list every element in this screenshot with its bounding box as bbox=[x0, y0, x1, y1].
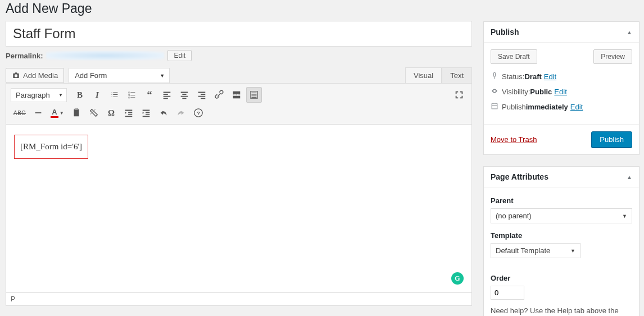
publish-panel-title: Publish bbox=[491, 28, 519, 36]
edit-date-link[interactable]: Edit bbox=[570, 103, 583, 111]
post-title-input[interactable] bbox=[6, 21, 472, 47]
shortcode-text[interactable]: [RM_Form id='6'] bbox=[14, 135, 88, 159]
svg-rect-0 bbox=[233, 91, 241, 94]
publish-panel: Publish ▲ Save Draft Preview Status: Dra… bbox=[483, 21, 640, 155]
align-right-button[interactable] bbox=[194, 87, 210, 103]
tab-text[interactable]: Text bbox=[442, 67, 472, 84]
preview-button[interactable]: Preview bbox=[593, 49, 632, 64]
visibility-label: Visibility: bbox=[502, 88, 530, 96]
italic-button[interactable]: I bbox=[89, 87, 105, 103]
editor-status-bar: P bbox=[6, 293, 472, 306]
bold-button[interactable]: B bbox=[72, 87, 88, 103]
align-left-button[interactable] bbox=[159, 87, 175, 103]
visibility-value: Public bbox=[530, 88, 552, 96]
fullscreen-button[interactable] bbox=[451, 87, 467, 103]
svg-rect-7 bbox=[492, 104, 497, 109]
page-attributes-panel: Page Attributes ▲ Parent (no parent) Tem… bbox=[483, 166, 640, 316]
save-draft-button[interactable]: Save Draft bbox=[491, 49, 537, 64]
template-label: Template bbox=[491, 231, 632, 240]
special-char-button[interactable]: Ω bbox=[103, 105, 119, 121]
template-select[interactable]: Default Template bbox=[491, 243, 580, 258]
add-form-select[interactable]: Add Form bbox=[69, 68, 170, 83]
blockquote-button[interactable]: “ bbox=[142, 87, 157, 103]
paste-text-button[interactable] bbox=[69, 105, 84, 121]
bullet-list-button[interactable] bbox=[107, 87, 123, 103]
permalink-label: Permalink: bbox=[6, 52, 43, 60]
help-button[interactable]: ? bbox=[191, 105, 206, 121]
svg-rect-4 bbox=[75, 108, 78, 110]
attributes-panel-header[interactable]: Page Attributes ▲ bbox=[484, 167, 639, 187]
text-color-button[interactable]: A▼ bbox=[48, 105, 67, 121]
permalink-row: Permalink: Edit bbox=[6, 50, 472, 61]
pin-icon bbox=[491, 72, 502, 81]
grammarly-icon[interactable]: G bbox=[451, 272, 464, 285]
editor-content[interactable]: [RM_Form id='6'] G bbox=[6, 125, 472, 293]
order-label: Order bbox=[491, 274, 632, 282]
eye-icon bbox=[491, 87, 502, 97]
publish-date-label: Publish bbox=[502, 103, 526, 111]
align-center-button[interactable] bbox=[176, 87, 192, 103]
editor-toolbar: Paragraph B I “ ABC A▼ Ω bbox=[6, 83, 472, 125]
link-button[interactable] bbox=[211, 87, 227, 103]
tab-visual[interactable]: Visual bbox=[405, 67, 442, 84]
add-media-label: Add Media bbox=[23, 71, 58, 80]
camera-icon bbox=[12, 71, 20, 80]
redo-button[interactable] bbox=[173, 105, 189, 121]
publish-panel-header[interactable]: Publish ▲ bbox=[484, 22, 639, 43]
parent-select[interactable]: (no parent) bbox=[491, 208, 632, 223]
toolbar-toggle-button[interactable] bbox=[246, 87, 262, 103]
publish-button[interactable]: Publish bbox=[591, 131, 632, 148]
publish-date-value: immediately bbox=[526, 103, 568, 111]
svg-rect-1 bbox=[233, 96, 241, 99]
outdent-button[interactable] bbox=[121, 105, 137, 121]
read-more-button[interactable] bbox=[229, 87, 244, 103]
edit-permalink-button[interactable]: Edit bbox=[167, 50, 192, 61]
help-text: Need help? Use the Help tab above the bbox=[491, 306, 632, 315]
strikethrough-button[interactable]: ABC bbox=[11, 105, 29, 121]
collapse-icon: ▲ bbox=[627, 174, 632, 180]
move-to-trash-link[interactable]: Move to Trash bbox=[491, 135, 537, 144]
attributes-panel-title: Page Attributes bbox=[491, 172, 548, 181]
clear-format-button[interactable] bbox=[86, 105, 102, 121]
ordered-list-button[interactable] bbox=[124, 87, 140, 103]
collapse-icon: ▲ bbox=[627, 29, 632, 35]
indent-button[interactable] bbox=[138, 105, 154, 121]
parent-label: Parent bbox=[491, 196, 632, 205]
status-value: Draft bbox=[524, 72, 541, 81]
svg-rect-3 bbox=[74, 109, 79, 117]
horizontal-rule-button[interactable] bbox=[30, 105, 46, 121]
calendar-icon bbox=[491, 102, 502, 112]
edit-visibility-link[interactable]: Edit bbox=[554, 88, 566, 96]
svg-text:?: ? bbox=[197, 110, 200, 116]
status-label: Status: bbox=[502, 72, 524, 81]
page-title: Add New Page bbox=[6, 0, 472, 21]
permalink-url[interactable] bbox=[46, 51, 164, 60]
undo-button[interactable] bbox=[156, 105, 171, 121]
edit-status-link[interactable]: Edit bbox=[544, 72, 556, 81]
add-media-button[interactable]: Add Media bbox=[6, 68, 64, 83]
order-input[interactable] bbox=[491, 286, 524, 300]
format-select[interactable]: Paragraph bbox=[11, 88, 67, 102]
